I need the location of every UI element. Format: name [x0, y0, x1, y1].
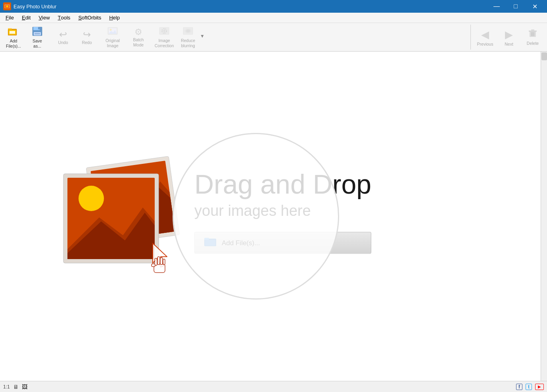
svg-rect-41 — [204, 238, 209, 240]
reduce-blurring-button[interactable]: Reduceblurring — [176, 25, 200, 50]
menu-help[interactable]: Help — [105, 13, 124, 22]
maximize-button[interactable]: □ — [507, 0, 525, 13]
drag-drop-text: Drag and Drop your images here Add File(… — [194, 171, 371, 254]
drag-drop-subtitle: your images here — [194, 202, 371, 219]
minimize-button[interactable]: — — [488, 0, 506, 13]
toolbar-more-arrow[interactable]: ▼ — [200, 33, 205, 41]
svg-rect-6 — [10, 31, 15, 34]
redo-icon: ↪ — [83, 30, 91, 39]
save-as-button[interactable]: Saveas... — [25, 25, 49, 50]
svg-point-14 — [110, 29, 112, 31]
menu-edit[interactable]: Edit — [18, 13, 35, 22]
image-correction-icon — [159, 27, 169, 37]
menu-softorbits[interactable]: SoftOrbits — [74, 13, 105, 22]
svg-point-2 — [6, 6, 8, 8]
svg-rect-24 — [531, 32, 532, 36]
delete-label: Delete — [527, 41, 539, 46]
window-controls: — □ ✕ — [488, 0, 544, 13]
main-area: Drag and Drop your images here Add File(… — [0, 52, 547, 381]
image-correction-label: ImageCorrection — [155, 38, 174, 48]
scrollbar-thumb[interactable] — [541, 52, 547, 60]
window-title: Easy Photo Unblur — [13, 4, 488, 10]
original-image-label: OriginalImage — [106, 38, 120, 48]
svg-rect-11 — [35, 33, 40, 35]
next-icon: ▶ — [505, 29, 513, 41]
save-as-label: Saveas... — [33, 38, 42, 48]
image-correction-button[interactable]: ImageCorrection — [152, 25, 176, 50]
reduce-blurring-icon — [183, 27, 193, 37]
undo-icon: ↩ — [59, 30, 67, 39]
add-files-icon — [8, 27, 19, 38]
drag-drop-title: Drag and Drop — [194, 171, 371, 198]
svg-rect-27 — [529, 31, 537, 32]
svg-rect-42 — [205, 240, 215, 246]
svg-rect-4 — [8, 28, 12, 29]
batch-mode-button[interactable]: ⚙ BatchMode — [127, 25, 150, 50]
folder-icon — [204, 236, 217, 250]
svg-rect-26 — [534, 32, 534, 36]
add-files-center-button[interactable]: Add File(s)... — [194, 232, 371, 254]
previous-button[interactable]: ◀ Previous — [474, 25, 496, 50]
add-files-button[interactable]: AddFile(s)... — [2, 25, 25, 50]
add-files-label: AddFile(s)... — [6, 38, 21, 48]
toolbar-main-group: AddFile(s)... Saveas... ↩ Undo ↪ — [0, 25, 206, 50]
app-icon — [3, 2, 11, 10]
status-right: f t ▶ — [516, 384, 544, 390]
toolbar: AddFile(s)... Saveas... ↩ Undo ↪ — [0, 23, 547, 52]
status-left: 1:1 🖥 🖼 — [3, 384, 27, 390]
svg-point-22 — [186, 29, 190, 32]
menu-tools[interactable]: Tools — [54, 13, 75, 22]
next-label: Next — [505, 42, 513, 47]
scrollbar-right[interactable] — [541, 52, 547, 381]
status-bar: 1:1 🖥 🖼 f t ▶ — [0, 381, 547, 392]
content-wrapper: Drag and Drop your images here Add File(… — [0, 52, 547, 381]
save-as-icon — [32, 27, 42, 38]
previous-icon: ◀ — [481, 29, 489, 41]
svg-rect-25 — [532, 32, 533, 36]
photo-illustration — [52, 150, 194, 282]
fb-icon[interactable]: f — [516, 384, 522, 390]
toolbar-right: ◀ Previous ▶ Next Delete — [470, 25, 547, 50]
next-button[interactable]: ▶ Next — [498, 25, 520, 50]
redo-label: Redo — [82, 40, 92, 45]
menu-bar: File Edit View Tools SoftOrbits Help — [0, 13, 547, 23]
original-image-icon — [107, 27, 118, 37]
delete-button[interactable]: Delete — [522, 25, 544, 50]
undo-label: Undo — [58, 40, 68, 45]
svg-rect-9 — [38, 27, 40, 29]
zoom-level: 1:1 — [3, 384, 10, 390]
monitor-icon: 🖥 — [13, 384, 19, 390]
redo-button[interactable]: ↪ Redo — [75, 25, 99, 50]
delete-icon — [528, 29, 537, 40]
add-files-center-label: Add File(s)... — [222, 239, 260, 247]
youtube-icon[interactable]: ▶ — [535, 384, 544, 390]
reduce-blurring-label: Reduceblurring — [181, 38, 195, 48]
svg-rect-28 — [531, 29, 534, 31]
close-button[interactable]: ✕ — [526, 0, 544, 13]
svg-point-38 — [79, 186, 104, 211]
menu-file[interactable]: File — [2, 13, 18, 22]
batch-mode-icon: ⚙ — [134, 28, 142, 37]
title-bar: Easy Photo Unblur — □ ✕ — [0, 0, 547, 13]
previous-label: Previous — [477, 42, 493, 47]
twitter-icon[interactable]: t — [526, 384, 532, 390]
menu-view[interactable]: View — [35, 13, 54, 22]
undo-button[interactable]: ↩ Undo — [51, 25, 75, 50]
batch-mode-label: BatchMode — [133, 37, 144, 47]
image-icon: 🖼 — [22, 384, 27, 390]
original-image-button[interactable]: OriginalImage — [101, 25, 125, 50]
